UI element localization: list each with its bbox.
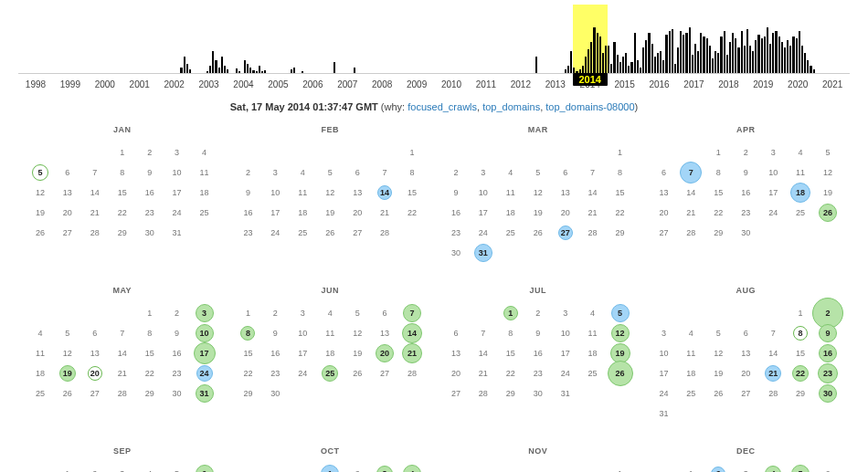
day-jun-6[interactable]: 6 — [372, 304, 397, 322]
day-jun-2[interactable]: 2 — [262, 304, 288, 322]
day-apr-2[interactable]: 2 — [733, 143, 758, 162]
day-mar-3[interactable]: 3 — [471, 163, 496, 182]
year-label-2001[interactable]: 2001 — [122, 76, 157, 92]
day-mar-12[interactable]: 12 — [525, 184, 551, 202]
year-label-1999[interactable]: 1999 — [53, 76, 88, 92]
day-jan-27[interactable]: 27 — [55, 224, 80, 242]
day-sep-6[interactable]: 6 — [192, 465, 217, 472]
day-jul-18[interactable]: 18 — [580, 344, 606, 362]
day-mar-15[interactable]: 15 — [608, 184, 633, 202]
day-may-19[interactable]: 19 — [55, 364, 80, 383]
day-mar-1[interactable]: 1 — [608, 143, 633, 162]
day-mar-4[interactable]: 4 — [498, 163, 524, 182]
day-apr-25[interactable]: 25 — [788, 204, 813, 222]
year-label-2003[interactable]: 2003 — [192, 76, 227, 92]
day-aug-30[interactable]: 30 — [815, 384, 841, 403]
day-jan-8[interactable]: 8 — [110, 163, 135, 182]
day-sep-1[interactable]: 1 — [55, 465, 80, 472]
year-slot-2011[interactable] — [469, 5, 503, 73]
day-jul-15[interactable]: 15 — [498, 344, 524, 362]
day-jan-30[interactable]: 30 — [137, 224, 163, 242]
day-jan-11[interactable]: 11 — [192, 163, 217, 182]
day-mar-11[interactable]: 11 — [498, 184, 524, 202]
day-feb-2[interactable]: 2 — [236, 163, 261, 182]
year-label-2007[interactable]: 2007 — [330, 76, 365, 92]
day-apr-4[interactable]: 4 — [788, 143, 813, 162]
day-jul-26[interactable]: 26 — [608, 364, 633, 383]
year-label-2021[interactable]: 2021 — [815, 76, 850, 92]
day-mar-17[interactable]: 17 — [471, 204, 496, 222]
day-jan-23[interactable]: 23 — [137, 204, 163, 222]
day-jan-2[interactable]: 2 — [137, 143, 163, 162]
day-jul-20[interactable]: 20 — [443, 364, 469, 383]
day-jul-6[interactable]: 6 — [443, 324, 469, 342]
day-jun-3[interactable]: 3 — [290, 304, 315, 322]
day-feb-19[interactable]: 19 — [317, 204, 343, 222]
day-apr-12[interactable]: 12 — [815, 163, 841, 182]
day-may-25[interactable]: 25 — [27, 384, 53, 403]
day-mar-20[interactable]: 20 — [553, 204, 578, 222]
year-slot-2019[interactable] — [746, 5, 780, 73]
day-feb-27[interactable]: 27 — [344, 224, 370, 242]
day-aug-14[interactable]: 14 — [760, 344, 786, 362]
day-dec-5[interactable]: 5 — [788, 465, 813, 472]
day-aug-5[interactable]: 5 — [705, 324, 731, 342]
day-aug-11[interactable]: 11 — [678, 344, 704, 362]
day-apr-8[interactable]: 8 — [705, 163, 731, 182]
day-jul-11[interactable]: 11 — [580, 324, 606, 342]
day-apr-26[interactable]: 26 — [815, 204, 841, 222]
day-aug-9[interactable]: 9 — [815, 324, 841, 342]
day-may-16[interactable]: 16 — [164, 344, 190, 362]
day-jan-28[interactable]: 28 — [82, 224, 108, 242]
day-feb-1[interactable]: 1 — [399, 143, 425, 162]
day-apr-5[interactable]: 5 — [815, 143, 841, 162]
day-may-3[interactable]: 3 — [192, 304, 217, 322]
day-aug-28[interactable]: 28 — [760, 384, 786, 403]
year-slot-2006[interactable] — [295, 5, 330, 73]
day-jun-30[interactable]: 30 — [262, 384, 288, 403]
day-jan-19[interactable]: 19 — [27, 204, 53, 222]
year-label-2013[interactable]: 2013 — [538, 76, 573, 92]
day-jan-7[interactable]: 7 — [82, 163, 108, 182]
day-dec-6[interactable]: 6 — [815, 465, 841, 472]
day-may-26[interactable]: 26 — [55, 384, 80, 403]
year-slot-2005[interactable] — [260, 5, 295, 73]
year-slot-2021[interactable] — [815, 5, 850, 73]
day-feb-18[interactable]: 18 — [290, 204, 315, 222]
day-feb-10[interactable]: 10 — [262, 184, 288, 202]
day-apr-18[interactable]: 18 — [788, 184, 813, 202]
day-jul-1[interactable]: 1 — [498, 304, 524, 322]
year-label-2017[interactable]: 2017 — [677, 76, 712, 92]
day-jun-20[interactable]: 20 — [372, 344, 397, 362]
day-jul-14[interactable]: 14 — [471, 344, 496, 362]
year-slot-2008[interactable] — [365, 5, 399, 73]
day-mar-26[interactable]: 26 — [525, 224, 551, 242]
year-slot-2004[interactable] — [227, 5, 261, 73]
day-mar-30[interactable]: 30 — [443, 244, 469, 262]
year-label-2005[interactable]: 2005 — [260, 76, 295, 92]
day-apr-24[interactable]: 24 — [760, 204, 786, 222]
day-jan-12[interactable]: 12 — [27, 184, 53, 202]
day-jan-15[interactable]: 15 — [110, 184, 135, 202]
day-jan-9[interactable]: 9 — [137, 163, 163, 182]
day-apr-17[interactable]: 17 — [760, 184, 786, 202]
day-feb-13[interactable]: 13 — [344, 184, 370, 202]
year-label-2020[interactable]: 2020 — [780, 76, 815, 92]
day-aug-23[interactable]: 23 — [815, 364, 841, 383]
day-may-15[interactable]: 15 — [137, 344, 163, 362]
day-feb-8[interactable]: 8 — [399, 163, 425, 182]
why-link-focused_crawls[interactable]: focused_crawls — [408, 101, 477, 112]
day-feb-3[interactable]: 3 — [262, 163, 288, 182]
year-label-2019[interactable]: 2019 — [746, 76, 780, 92]
day-may-6[interactable]: 6 — [82, 324, 108, 342]
day-feb-21[interactable]: 21 — [372, 204, 397, 222]
day-may-31[interactable]: 31 — [192, 384, 217, 403]
day-may-17[interactable]: 17 — [192, 344, 217, 362]
day-mar-23[interactable]: 23 — [443, 224, 469, 242]
day-aug-29[interactable]: 29 — [788, 384, 813, 403]
day-mar-22[interactable]: 22 — [608, 204, 633, 222]
day-jul-23[interactable]: 23 — [525, 364, 551, 383]
day-mar-27[interactable]: 27 — [553, 224, 578, 242]
day-jul-9[interactable]: 9 — [525, 324, 551, 342]
day-feb-26[interactable]: 26 — [317, 224, 343, 242]
